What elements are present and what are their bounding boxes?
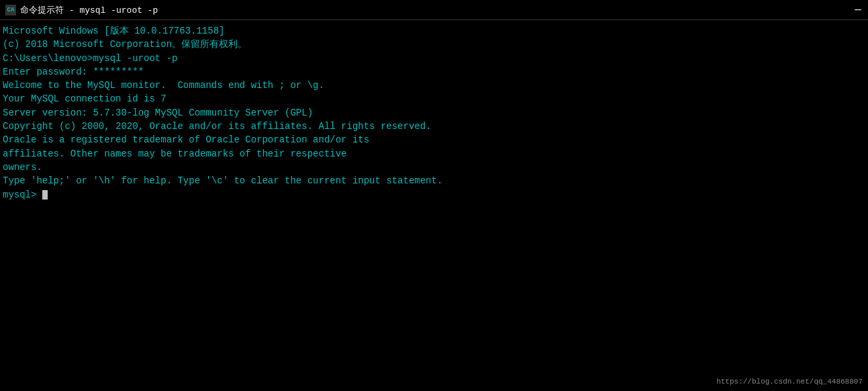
terminal-line: C:\Users\lenovo>mysql -uroot -p [3, 52, 865, 65]
terminal-line: mysql> [3, 188, 865, 202]
terminal-icon: CA [5, 5, 16, 15]
terminal-line: Your MySQL connection id is 7 [3, 92, 865, 105]
terminal-line: Type 'help;' or '\h' for help. Type '\c'… [3, 174, 865, 187]
terminal-body[interactable]: Microsoft Windows [版本 10.0.17763.1158](c… [0, 20, 868, 391]
terminal-line: Enter password: ********* [3, 65, 865, 79]
terminal-line: Copyright (c) 2000, 2020, Oracle and/or … [3, 120, 865, 133]
terminal-line: Microsoft Windows [版本 10.0.17763.1158] [3, 24, 865, 38]
title-bar-controls: — [853, 5, 863, 15]
title-bar: CA 命令提示符 - mysql -uroot -p — [0, 0, 868, 20]
title-bar-text: 命令提示符 - mysql -uroot -p [20, 4, 158, 16]
terminal-output: Microsoft Windows [版本 10.0.17763.1158](c… [3, 24, 865, 202]
title-bar-left: CA 命令提示符 - mysql -uroot -p [5, 4, 158, 16]
terminal-window: CA 命令提示符 - mysql -uroot -p — Microsoft W… [0, 0, 868, 391]
cursor [42, 190, 48, 200]
terminal-line: affiliates. Other names may be trademark… [3, 147, 865, 161]
minimize-button[interactable]: — [853, 5, 863, 15]
watermark: https://blog.csdn.net/qq_44868807 [716, 378, 863, 386]
terminal-line: Server version: 5.7.30-log MySQL Communi… [3, 106, 865, 120]
terminal-line: Welcome to the MySQL monitor. Commands e… [3, 79, 865, 92]
terminal-line: Oracle is a registered trademark of Orac… [3, 133, 865, 146]
terminal-line: (c) 2018 Microsoft Corporation。保留所有权利。 [3, 38, 865, 51]
terminal-line: owners. [3, 161, 865, 174]
